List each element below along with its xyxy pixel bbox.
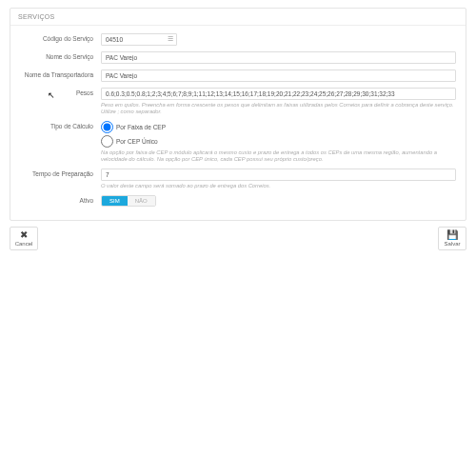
codigo-label: Código do Serviço — [20, 33, 101, 42]
save-label: Salvar — [444, 241, 460, 247]
ativo-toggle[interactable]: SIM NÃO — [101, 195, 156, 207]
panel-title: SERVIÇOS — [10, 9, 466, 26]
close-icon: ✖ — [20, 230, 28, 240]
nome-label: Nome do Serviço — [20, 51, 101, 60]
tipo-faixa-radio[interactable] — [101, 121, 113, 133]
tempo-label: Tempo de Preparação — [20, 169, 101, 177]
ativo-off[interactable]: NÃO — [128, 196, 155, 206]
cancel-label: Cancel — [15, 241, 33, 247]
pesos-help: Peso em quilos. Preencha em forma cresce… — [101, 102, 456, 115]
pesos-input[interactable] — [101, 88, 456, 100]
tempo-input[interactable] — [101, 169, 456, 181]
tipo-faixa-label: Por Faixa de CEP — [116, 124, 166, 130]
ativo-on[interactable]: SIM — [102, 196, 128, 206]
services-panel: SERVIÇOS Código do Serviço ☰ Nome do Ser… — [10, 8, 466, 221]
transp-label: Nome da Transportadora — [20, 69, 101, 78]
transp-input[interactable] — [101, 69, 456, 82]
tempo-help: O valor deste campo será somado ao prazo… — [101, 183, 456, 189]
ativo-label: Ativo — [20, 195, 101, 204]
pesos-label: Pesos — [20, 88, 101, 96]
tipo-label: Tipo de Cálculo — [20, 121, 101, 129]
tipo-unico-radio[interactable] — [101, 135, 113, 148]
cancel-button[interactable]: ✖ Cancel — [10, 227, 38, 250]
tipo-help: Na opção por faixa de CEP o módulo aplic… — [101, 149, 456, 163]
codigo-input[interactable] — [101, 33, 177, 46]
save-button[interactable]: 💾 Salvar — [438, 227, 466, 250]
nome-input[interactable] — [101, 51, 456, 64]
save-icon: 💾 — [446, 230, 458, 240]
tipo-unico-label: Por CEP Único — [116, 138, 158, 145]
